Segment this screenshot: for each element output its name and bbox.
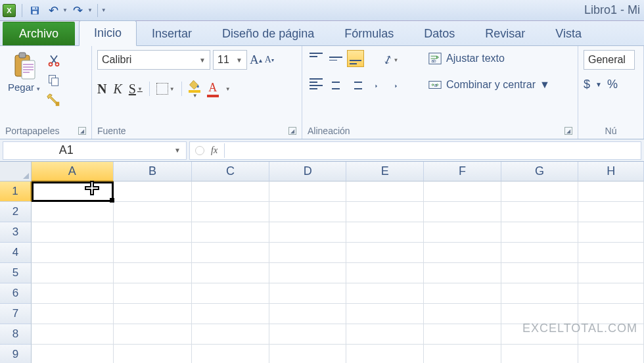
decrease-font-icon[interactable]: A▾ <box>265 50 274 70</box>
cell[interactable] <box>269 304 347 324</box>
row-header-1[interactable]: 1 <box>0 182 32 202</box>
percent-button[interactable]: % <box>607 78 618 91</box>
column-header-D[interactable]: D <box>269 162 347 182</box>
cell[interactable] <box>578 243 644 263</box>
borders-button[interactable]: ▼ <box>156 79 175 99</box>
underline-button[interactable]: S▼ <box>129 79 143 99</box>
cell[interactable] <box>578 345 644 363</box>
cell[interactable] <box>501 283 579 304</box>
cell[interactable] <box>192 182 269 202</box>
font-color-button[interactable]: A <box>207 79 219 99</box>
column-header-E[interactable]: E <box>346 162 424 182</box>
cell[interactable] <box>346 263 424 283</box>
row-header-9[interactable]: 9 <box>0 345 32 363</box>
cell[interactable] <box>346 243 424 263</box>
cell[interactable] <box>424 182 501 202</box>
cell[interactable] <box>192 263 269 283</box>
cell[interactable] <box>346 345 424 363</box>
cell[interactable] <box>269 263 347 283</box>
cell[interactable] <box>578 222 644 243</box>
cell[interactable] <box>501 345 579 363</box>
cell[interactable] <box>114 304 193 324</box>
fill-color-button[interactable]: ▼ <box>189 79 200 99</box>
cell[interactable] <box>346 182 424 202</box>
save-icon[interactable] <box>27 3 43 18</box>
cell[interactable] <box>269 345 347 363</box>
increase-indent-button[interactable] <box>392 78 409 95</box>
cell[interactable] <box>269 202 347 222</box>
align-top-button[interactable] <box>308 50 325 67</box>
tab-insert[interactable]: Insertar <box>137 21 207 46</box>
tab-file[interactable]: Archivo <box>3 22 75 45</box>
alignment-dialog-launcher-icon[interactable]: ◢ <box>564 127 572 135</box>
cell[interactable] <box>346 324 424 345</box>
cell[interactable] <box>424 243 501 263</box>
cell[interactable] <box>501 263 579 283</box>
orientation-button[interactable]: ⤢▼ <box>372 50 409 70</box>
align-center-button[interactable] <box>327 75 344 92</box>
cell[interactable] <box>346 202 424 222</box>
row-header-2[interactable]: 2 <box>0 202 32 222</box>
cell[interactable] <box>192 222 269 243</box>
number-format-combo[interactable]: General <box>584 50 635 70</box>
cell[interactable] <box>501 243 579 263</box>
cell[interactable] <box>269 243 347 263</box>
column-header-A[interactable]: A <box>32 162 114 182</box>
decrease-indent-button[interactable] <box>372 78 389 95</box>
cell[interactable] <box>424 283 501 304</box>
fx-icon[interactable]: fx <box>211 145 218 156</box>
wrap-text-button[interactable]: ab Ajustar texto <box>425 50 553 67</box>
cell[interactable] <box>578 283 644 304</box>
align-bottom-button[interactable] <box>347 50 364 67</box>
cell[interactable] <box>424 222 501 243</box>
align-middle-button[interactable] <box>327 50 344 67</box>
align-left-button[interactable] <box>308 75 325 92</box>
increase-font-icon[interactable]: A▴ <box>250 50 262 70</box>
cell[interactable] <box>346 222 424 243</box>
column-header-H[interactable]: H <box>578 162 644 182</box>
cell[interactable] <box>501 222 579 243</box>
cell[interactable] <box>424 345 501 363</box>
currency-button[interactable]: $ <box>584 78 590 91</box>
cell[interactable] <box>114 324 193 345</box>
cell[interactable] <box>114 345 193 363</box>
select-all-corner[interactable] <box>0 162 32 182</box>
cell[interactable] <box>578 202 644 222</box>
cell[interactable] <box>114 182 193 202</box>
tab-review[interactable]: Revisar <box>470 21 540 46</box>
cell[interactable] <box>114 263 193 283</box>
cell[interactable] <box>114 202 193 222</box>
column-header-F[interactable]: F <box>424 162 501 182</box>
cell[interactable] <box>32 202 114 222</box>
cell[interactable] <box>114 283 193 304</box>
format-painter-icon[interactable] <box>46 92 62 108</box>
cell[interactable] <box>32 345 114 363</box>
italic-button[interactable]: K <box>113 79 122 99</box>
cell[interactable] <box>346 304 424 324</box>
redo-icon[interactable]: ↷ <box>70 3 86 18</box>
cell[interactable] <box>424 202 501 222</box>
tab-formulas[interactable]: Fórmulas <box>329 21 409 46</box>
cell[interactable] <box>501 182 579 202</box>
cell[interactable] <box>32 243 114 263</box>
paste-button[interactable]: Pegar ▼ <box>5 50 43 94</box>
cell[interactable] <box>424 263 501 283</box>
cut-icon[interactable] <box>46 53 62 68</box>
cell[interactable] <box>346 283 424 304</box>
cell[interactable] <box>578 182 644 202</box>
row-header-3[interactable]: 3 <box>0 222 32 243</box>
align-right-button[interactable] <box>347 75 364 92</box>
cell[interactable] <box>424 324 501 345</box>
column-header-B[interactable]: B <box>114 162 193 182</box>
cell[interactable] <box>32 263 114 283</box>
cell[interactable] <box>578 263 644 283</box>
cell[interactable] <box>114 243 193 263</box>
cell[interactable] <box>192 283 269 304</box>
active-cell[interactable] <box>32 182 114 202</box>
cell[interactable] <box>32 304 114 324</box>
cell[interactable] <box>32 222 114 243</box>
copy-icon[interactable] <box>46 72 62 88</box>
row-header-8[interactable]: 8 <box>0 324 32 345</box>
formula-bar[interactable]: fx <box>189 141 641 160</box>
cell[interactable] <box>424 304 501 324</box>
